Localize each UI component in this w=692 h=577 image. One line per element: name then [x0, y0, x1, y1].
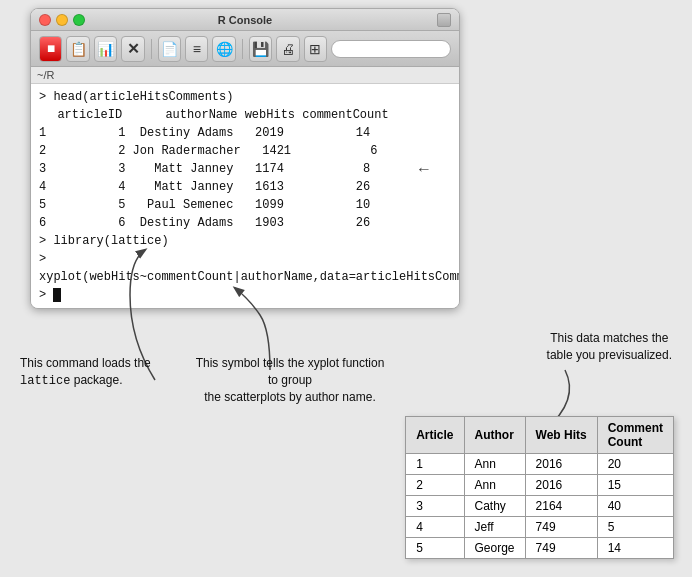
r-console-window: R Console ⏹ 📋 📊 ✕ 📄 ≡ 🌐 💾 🖨 ⊞ ~/R > head… [30, 8, 460, 309]
cell-count: 5 [597, 517, 673, 538]
cell-author: Cathy [464, 496, 525, 517]
annotation-pipe: This symbol tells the xyplot function to… [195, 355, 385, 405]
table-row: 3 Cathy 2164 40 [406, 496, 674, 517]
console-cursor-line: > | [39, 286, 451, 304]
cell-author: Ann [464, 475, 525, 496]
cell-article: 3 [406, 496, 464, 517]
cell-article: 2 [406, 475, 464, 496]
console-header-row: articleID authorName webHits commentCoun… [39, 106, 451, 124]
console-data-row-1: 1 1 Destiny Adams 2019 14 [39, 124, 451, 142]
data-table: Article Author Web Hits CommentCount 1 A… [405, 416, 674, 559]
cell-webhits: 749 [525, 517, 597, 538]
save-button[interactable]: 💾 [249, 36, 272, 62]
col-commentcount: CommentCount [597, 417, 673, 454]
cell-author: George [464, 538, 525, 559]
maximize-button[interactable] [73, 14, 85, 26]
cell-count: 40 [597, 496, 673, 517]
grid-button[interactable]: ⊞ [304, 36, 327, 62]
console-data-row-5: 5 5 Paul Semenec 1099 10 [39, 196, 451, 214]
cell-count: 15 [597, 475, 673, 496]
print-button[interactable]: 🖨 [276, 36, 299, 62]
list-button[interactable]: ≡ [185, 36, 208, 62]
cell-author: Jeff [464, 517, 525, 538]
path-bar: ~/R [31, 67, 459, 84]
window-buttons [39, 14, 85, 26]
titlebar: R Console [31, 9, 459, 31]
annotation-lattice: This command loads the lattice package. [20, 355, 190, 390]
console-data-row-3: 3 3 Matt Janney 1174 8← [39, 160, 451, 178]
table-row: 5 George 749 14 [406, 538, 674, 559]
source-button[interactable]: 📋 [66, 36, 89, 62]
cell-webhits: 749 [525, 538, 597, 559]
separator2 [242, 39, 243, 59]
toolbar: ⏹ 📋 📊 ✕ 📄 ≡ 🌐 💾 🖨 ⊞ [31, 31, 459, 67]
console-line-library: > library(lattice) [39, 232, 451, 250]
globe-button[interactable]: 🌐 [212, 36, 235, 62]
console-line-head-cmd: > head(articleHitsComments) [39, 88, 451, 106]
col-webhits: Web Hits [525, 417, 597, 454]
console-line-xyplot: > xyplot(webHits~commentCount|authorName… [39, 250, 451, 286]
console-data-row-6: 6 6 Destiny Adams 1903 26 [39, 214, 451, 232]
annotation-datamatch: This data matches thetable you previsual… [547, 330, 672, 364]
cell-webhits: 2016 [525, 454, 597, 475]
table-row: 4 Jeff 749 5 [406, 517, 674, 538]
cell-article: 4 [406, 517, 464, 538]
cell-author: Ann [464, 454, 525, 475]
table-row: 1 Ann 2016 20 [406, 454, 674, 475]
chart-button[interactable]: 📊 [94, 36, 117, 62]
search-input[interactable] [331, 40, 451, 58]
copy-button[interactable]: 📄 [158, 36, 181, 62]
col-article: Article [406, 417, 464, 454]
clear-button[interactable]: ✕ [121, 36, 144, 62]
lattice-code: lattice [20, 374, 70, 388]
table-row: 2 Ann 2016 15 [406, 475, 674, 496]
console-data-row-4: 4 4 Matt Janney 1613 26 [39, 178, 451, 196]
window-title: R Console [218, 14, 272, 26]
cell-article: 5 [406, 538, 464, 559]
minimize-button[interactable] [56, 14, 68, 26]
cell-count: 14 [597, 538, 673, 559]
col-author: Author [464, 417, 525, 454]
console-data-row-2: 2 2 Jon Radermacher 1421 6 [39, 142, 451, 160]
console-area[interactable]: > head(articleHitsComments) articleID au… [31, 84, 459, 308]
resize-icon[interactable] [437, 13, 451, 27]
stop-button[interactable]: ⏹ [39, 36, 62, 62]
cell-article: 1 [406, 454, 464, 475]
cell-count: 20 [597, 454, 673, 475]
cell-webhits: 2164 [525, 496, 597, 517]
separator1 [151, 39, 152, 59]
close-button[interactable] [39, 14, 51, 26]
cell-webhits: 2016 [525, 475, 597, 496]
